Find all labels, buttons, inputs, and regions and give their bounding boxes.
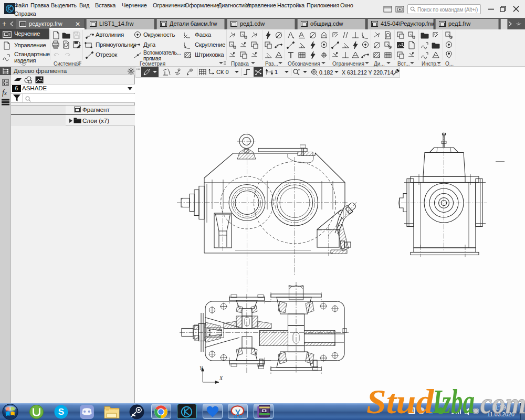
svg-text:X: X	[219, 375, 223, 381]
svg-text:Izba: Izba	[432, 387, 475, 419]
svg-text:.com: .com	[474, 387, 525, 419]
svg-text:Stud: Stud	[366, 387, 434, 419]
svg-text:S: S	[58, 406, 65, 417]
